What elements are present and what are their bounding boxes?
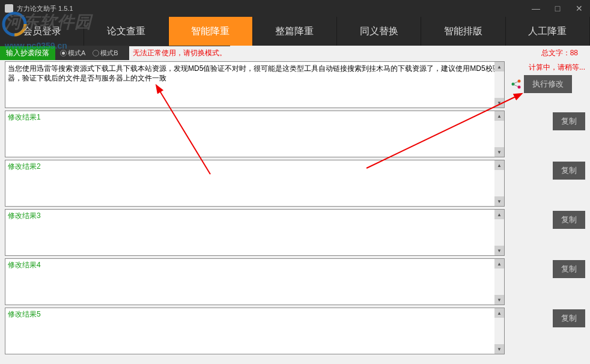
scroll-track[interactable]	[494, 268, 504, 295]
scroll-down-icon[interactable]: ▼	[494, 295, 504, 305]
close-button[interactable]: ✕	[573, 4, 585, 13]
mode-a-radio[interactable]: 模式A	[60, 49, 85, 58]
result-label: 修改结果4	[5, 259, 504, 271]
minimize-button[interactable]: —	[530, 4, 542, 13]
svg-line-4	[514, 85, 518, 86]
result-label: 修改结果3	[5, 210, 504, 222]
window-controls: — □ ✕	[530, 4, 585, 13]
tab-smart-reduce[interactable]: 智能降重	[169, 17, 253, 46]
result-box-1[interactable]: 修改结果1 ▲ ▼	[5, 111, 505, 157]
scroll-up-icon[interactable]: ▲	[494, 62, 504, 71]
input-text-content: 当您使用迅雷等搜索资源式下载工具下载本站资源，发现MD5值验证不对时，很可能是这…	[5, 62, 504, 85]
scroll-track[interactable]	[494, 121, 504, 147]
result-label: 修改结果5	[5, 308, 504, 321]
mode-b-radio[interactable]: 模式B	[93, 49, 118, 58]
scroll-track[interactable]	[494, 318, 504, 344]
scroll-up-icon[interactable]: ▲	[494, 259, 504, 268]
execute-row: 执行修改	[511, 75, 585, 93]
scrollbar-vertical[interactable]: ▲ ▼	[494, 259, 504, 305]
scroll-up-icon[interactable]: ▲	[494, 210, 504, 219]
copy-button-1[interactable]: 复制	[553, 112, 585, 130]
svg-line-3	[514, 82, 518, 83]
right-column: 计算中，请稍等... 执行修改 复制 复制 复制 复制 复制	[506, 60, 590, 363]
nav-tabs: 会员登录 论文查重 智能降重 整篇降重 同义替换 智能排版 人工降重	[0, 17, 590, 46]
scroll-track[interactable]	[494, 219, 504, 246]
scrollbar-vertical[interactable]: ▲ ▼	[494, 308, 504, 354]
scrollbar-vertical[interactable]: ▲ ▼	[494, 210, 504, 255]
scroll-down-icon[interactable]: ▼	[494, 98, 504, 108]
result-label: 修改结果2	[5, 160, 504, 173]
svg-point-1	[518, 80, 521, 83]
app-icon	[5, 4, 13, 13]
result-box-5[interactable]: 修改结果5 ▲ ▼	[5, 308, 505, 354]
scroll-down-icon[interactable]: ▼	[494, 196, 504, 206]
titlebar: 方力论文助手 1.5.1 — □ ✕	[0, 0, 590, 17]
result-box-2[interactable]: 修改结果2 ▲ ▼	[5, 160, 505, 207]
radio-icon	[60, 50, 67, 56]
scroll-down-icon[interactable]: ▼	[494, 246, 504, 255]
copy-button-4[interactable]: 复制	[553, 260, 585, 278]
scroll-track[interactable]	[494, 71, 504, 98]
tab-paper-check[interactable]: 论文查重	[84, 17, 168, 46]
window-title: 方力论文助手 1.5.1	[17, 4, 73, 13]
result-label: 修改结果1	[5, 111, 504, 124]
tab-member-login[interactable]: 会员登录	[0, 17, 84, 46]
mode-a-label: 模式A	[68, 49, 85, 58]
scroll-up-icon[interactable]: ▲	[494, 160, 504, 170]
scrollbar-vertical[interactable]: ▲ ▼	[494, 111, 504, 157]
maximize-button[interactable]: □	[552, 4, 564, 13]
scroll-up-icon[interactable]: ▲	[494, 308, 504, 318]
word-count: 总文字：88	[538, 46, 590, 60]
scrollbar-vertical[interactable]: ▲ ▼	[494, 160, 504, 206]
copy-button-5[interactable]: 复制	[553, 309, 585, 327]
copy-button-3[interactable]: 复制	[553, 211, 585, 229]
tab-full-reduce[interactable]: 整篇降重	[253, 17, 337, 46]
toolbar-spacer	[230, 46, 538, 60]
result-box-3[interactable]: 修改结果3 ▲ ▼	[5, 209, 505, 256]
tab-smart-layout[interactable]: 智能排版	[421, 17, 505, 46]
left-column: 当您使用迅雷等搜索资源式下载工具下载本站资源，发现MD5值验证不对时，很可能是这…	[0, 60, 506, 363]
status-calculating: 计算中，请稍等...	[511, 62, 585, 73]
svg-point-2	[518, 86, 521, 89]
execute-button[interactable]: 执行修改	[524, 75, 572, 93]
scrollbar-vertical[interactable]: ▲ ▼	[494, 62, 504, 108]
result-box-4[interactable]: 修改结果4 ▲ ▼	[5, 258, 505, 305]
scroll-track[interactable]	[494, 170, 504, 196]
copy-button-2[interactable]: 复制	[553, 162, 585, 180]
toolbar: 输入抄袭段落 模式A 模式B 无法正常使用，请切换模式。 总文字：88	[0, 46, 590, 60]
radio-icon	[93, 50, 99, 56]
scroll-down-icon[interactable]: ▼	[494, 344, 504, 354]
scroll-down-icon[interactable]: ▼	[494, 147, 504, 157]
tab-synonym-replace[interactable]: 同义替换	[337, 17, 421, 46]
share-icon	[511, 79, 522, 89]
main-area: 当您使用迅雷等搜索资源式下载工具下载本站资源，发现MD5值验证不对时，很可能是这…	[0, 60, 590, 363]
input-textarea[interactable]: 当您使用迅雷等搜索资源式下载工具下载本站资源，发现MD5值验证不对时，很可能是这…	[5, 61, 505, 108]
mode-group: 模式A 模式B	[55, 49, 123, 58]
scroll-up-icon[interactable]: ▲	[494, 111, 504, 121]
input-paragraph-button[interactable]: 输入抄袭段落	[0, 46, 55, 60]
tab-manual-reduce[interactable]: 人工降重	[506, 17, 590, 46]
mode-warning: 无法正常使用，请切换模式。	[129, 46, 230, 60]
mode-b-label: 模式B	[100, 49, 118, 58]
